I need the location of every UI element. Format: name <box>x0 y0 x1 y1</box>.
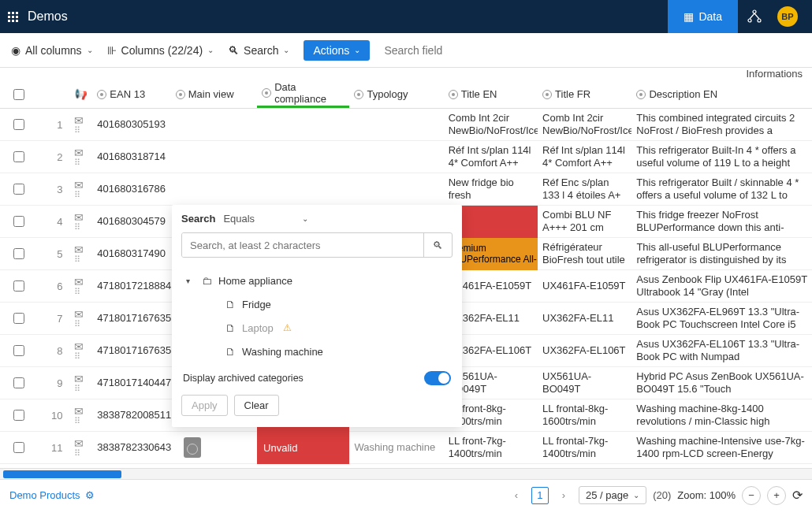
cell-description: Hybrid PC Asus ZenBook UX561UA-BO049T 15… <box>631 370 812 396</box>
row-index: 2 <box>38 151 63 163</box>
cell-title-en: New fridge bio fresh <box>444 176 538 202</box>
total-count: (20) <box>653 489 671 501</box>
col-header-description-en[interactable]: Description EN <box>631 88 812 100</box>
cell-ean: 401680318714 <box>92 150 170 163</box>
row-checkbox[interactable] <box>13 119 24 130</box>
col-header-data-compliance[interactable]: Data compliance <box>257 80 349 108</box>
row-checkbox[interactable] <box>13 248 24 259</box>
col-header-ean[interactable]: EAN 13 <box>92 88 170 100</box>
footer: Demo Products ⚙ ‹ 1 › 25 / page⌄ (20) Zo… <box>0 479 812 511</box>
chevron-down-icon: ⌄ <box>283 46 289 54</box>
all-columns-dropdown[interactable]: ◉ All columns ⌄ <box>11 44 93 57</box>
tree-root-home-appliance[interactable]: ▾ 🗀 Home appliance <box>181 269 453 292</box>
cell-description: Asus Zenbook Flip UX461FA-E1059T Ultrabo… <box>631 273 812 299</box>
chevron-down-icon: ⌄ <box>302 214 308 223</box>
caret-down-icon: ▾ <box>186 277 196 285</box>
row-checkbox[interactable] <box>13 184 24 195</box>
archive-toggle[interactable] <box>424 371 451 385</box>
row-index: 10 <box>38 410 63 422</box>
cell-title-fr: LL frontal-8kg-1600trs/min <box>538 403 631 429</box>
row-checkbox[interactable] <box>13 280 24 292</box>
search-field-input[interactable] <box>384 44 494 57</box>
svg-point-1 <box>748 19 751 22</box>
breadcrumb-demo-products[interactable]: Demo Products ⚙ <box>9 489 95 501</box>
chevron-down-icon: ⌄ <box>633 491 639 500</box>
app-title: Demos <box>28 9 668 24</box>
row-index: 4 <box>38 216 63 228</box>
row-checkbox[interactable] <box>13 345 24 356</box>
cell-title-fr: Réf Enc s/plan 133 l 4 étoiles A+ <box>538 176 631 202</box>
col-header-typology[interactable]: Typology <box>349 88 443 100</box>
gear-icon[interactable]: ⚙ <box>85 489 95 501</box>
category-search-input[interactable] <box>182 233 423 257</box>
actions-button[interactable]: Actions ⌄ <box>304 40 370 61</box>
zoom-in-button[interactable]: + <box>767 486 786 505</box>
row-index: 5 <box>38 248 63 260</box>
row-index: 7 <box>38 313 63 325</box>
cell-ean: 4718017218884 <box>92 280 170 292</box>
row-index: 1 <box>38 119 63 131</box>
row-checkbox[interactable] <box>13 410 24 421</box>
cell-description: This refrigerator Built / skinnable 4 * … <box>631 176 812 202</box>
avatar[interactable]: BP <box>777 6 798 27</box>
cell-ean: 4718017140447 <box>92 377 170 389</box>
row-index: 8 <box>38 345 63 357</box>
col-header-main[interactable]: Main view <box>171 88 257 100</box>
row-checkbox[interactable] <box>13 313 24 324</box>
per-page-dropdown[interactable]: 25 / page⌄ <box>579 486 646 504</box>
table-row[interactable]: 1✉⠿401680305193Comb Int 2cir NewBio/NoFr… <box>0 109 812 141</box>
data-button[interactable]: ▦ Data <box>668 0 738 33</box>
table-row[interactable]: 3✉⠿401680316786New fridge bio freshRéf E… <box>0 173 812 206</box>
cell-description: This fridge freezer NoFrost BLUPerforman… <box>631 209 812 235</box>
apply-button[interactable]: Apply <box>181 395 228 416</box>
operator-dropdown[interactable]: Equals⌄ <box>223 213 308 225</box>
svg-point-2 <box>758 19 761 22</box>
cell-typology: Washing machine <box>349 441 443 454</box>
search-label: Search <box>244 44 278 57</box>
current-page[interactable]: 1 <box>531 487 549 504</box>
refresh-button[interactable]: ⟳ <box>792 488 803 503</box>
next-page-button[interactable]: › <box>555 487 572 504</box>
tree-item-laptop[interactable]: 🗋 Laptop ⚠ <box>181 316 453 340</box>
col-header-title-fr[interactable]: Title FR <box>538 88 631 100</box>
cell-main-view <box>171 437 257 458</box>
tree-item-fridge[interactable]: 🗋 Fridge <box>181 292 453 316</box>
row-checkbox[interactable] <box>13 216 24 227</box>
file-icon: 🗋 <box>225 322 236 334</box>
clear-button[interactable]: Clear <box>234 395 279 416</box>
warning-icon: ⚠ <box>283 322 292 333</box>
cell-title-en: LL front-7kg-1400trs/min <box>444 435 538 461</box>
zoom-out-button[interactable]: − <box>742 486 761 505</box>
search-dropdown[interactable]: 🔍︎ Search ⌄ <box>228 44 289 57</box>
chevron-down-icon: ⌄ <box>207 46 214 54</box>
row-checkbox[interactable] <box>13 377 24 388</box>
popover-search-label: Search <box>181 213 215 225</box>
horizontal-scrollbar[interactable] <box>0 468 812 479</box>
table-row[interactable]: 2✉⠿401680318714Réf Int s/plan 114l 4* Co… <box>0 141 812 173</box>
columns-dropdown[interactable]: ⊪ Columns (22/24) ⌄ <box>107 44 214 57</box>
row-checkbox[interactable] <box>13 442 24 453</box>
cell-ean: 401680317490 <box>92 247 170 260</box>
apps-grid-icon[interactable] <box>8 12 18 22</box>
cell-ean: 3838782330643 <box>92 441 170 454</box>
folder-icon: 🗀 <box>202 275 212 287</box>
file-icon: 🗋 <box>225 346 236 358</box>
toolbar: ◉ All columns ⌄ ⊪ Columns (22/24) ⌄ 🔍︎ S… <box>0 33 812 68</box>
row-checkbox[interactable] <box>13 151 24 162</box>
informations-header: Informations <box>0 68 812 80</box>
table-row[interactable]: 11✉⠿3838782330643UnvalidWashing machineL… <box>0 432 812 464</box>
tree-item-washing-machine[interactable]: 🗋 Washing machine <box>181 340 453 363</box>
select-all-checkbox[interactable] <box>13 89 24 100</box>
prev-page-button[interactable]: ‹ <box>508 487 525 504</box>
cell-description: Asus UX362FA-EL969T 13.3 "Ultra-Book PC … <box>631 306 812 332</box>
cell-ean: 401680304579 <box>92 215 170 228</box>
workflow-icon[interactable] <box>738 9 771 24</box>
all-columns-label: All columns <box>25 44 82 57</box>
cell-title-fr: Combi BLU NF A+++ 201 cm <box>538 209 631 235</box>
search-icon: 🔍︎ <box>228 44 239 57</box>
zoom-label: Zoom: 100% <box>677 489 736 501</box>
search-button[interactable]: 🔍︎ <box>423 233 452 257</box>
col-header-title-en[interactable]: Title EN <box>444 88 538 100</box>
cell-title-fr: UX461FA-E1059T <box>538 280 631 292</box>
actions-label: Actions <box>313 44 349 57</box>
